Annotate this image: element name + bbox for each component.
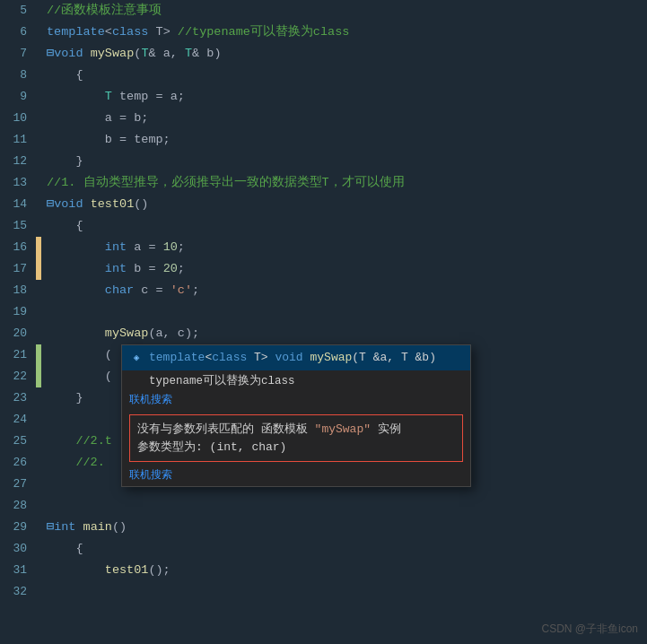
- line-8: 8 {: [0, 65, 647, 86]
- error-line-2: 参数类型为: (int, char): [137, 439, 455, 457]
- line-11: 11 b = temp;: [0, 129, 647, 151]
- autocomplete-link-1[interactable]: 联机搜索: [122, 390, 470, 411]
- line-29: 29 ⊟int main(): [0, 517, 647, 538]
- line-10: 10 a = b;: [0, 108, 647, 129]
- autocomplete-subtitle: typename可以替换为class: [122, 370, 470, 390]
- code-editor: 5 //函数模板注意事项 6 template<class T> //typen…: [0, 0, 647, 644]
- autocomplete-popup[interactable]: ◈ template<class T> void mySwap(T &a, T …: [121, 344, 471, 487]
- line-19: 19: [0, 301, 647, 323]
- line-12: 12 }: [0, 151, 647, 172]
- line-18: 18 char c = 'c';: [0, 280, 647, 301]
- watermark: CSDN @子非鱼icon: [541, 622, 638, 637]
- template-icon: ◈: [129, 351, 144, 365]
- line-30: 30 {: [0, 538, 647, 560]
- autocomplete-item-selected[interactable]: ◈ template<class T> void mySwap(T &a, T …: [122, 345, 470, 370]
- line-32: 32: [0, 581, 647, 603]
- line-9: 9 T temp = a;: [0, 86, 647, 108]
- autocomplete-item-text: template<class T> void mySwap(T &a, T &b…: [149, 348, 436, 368]
- error-box: 没有与参数列表匹配的 函数模板 "mySwap" 实例 参数类型为: (int,…: [129, 414, 463, 462]
- line-31: 31 test01();: [0, 560, 647, 581]
- line-15: 15 {: [0, 215, 647, 237]
- line-16: 16 int a = 10;: [0, 237, 647, 258]
- line-28: 28: [0, 495, 647, 517]
- line-17: 17 int b = 20;: [0, 258, 647, 280]
- line-7: 7 ⊟void mySwap(T& a, T& b): [0, 43, 647, 65]
- autocomplete-link-2[interactable]: 联机搜索: [122, 466, 470, 486]
- line-6: 6 template<class T> //typename可以替换为class: [0, 22, 647, 43]
- line-14: 14 ⊟void test01(): [0, 194, 647, 215]
- line-20: 20 mySwap(a, c);: [0, 323, 647, 344]
- line-13: 13 //1. 自动类型推导，必须推导出一致的数据类型T，才可以使用: [0, 172, 647, 194]
- line-5: 5 //函数模板注意事项: [0, 0, 647, 22]
- error-line-1: 没有与参数列表匹配的 函数模板 "mySwap" 实例: [137, 421, 455, 439]
